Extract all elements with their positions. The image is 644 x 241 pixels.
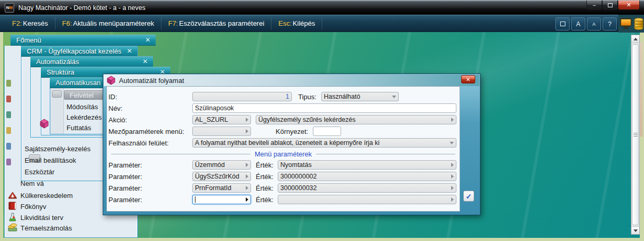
window-titlebar[interactable]: NM Nagy Machinátor - Demó kötet - a - a … — [0, 0, 644, 15]
akcio-code-field[interactable]: AL_SZURL — [192, 115, 251, 124]
felhasznaloi-dropdown[interactable]: A folyamat nyithat beviteli ablakot, üze… — [192, 138, 456, 148]
menu-item-fokonyv[interactable]: Főkönyv — [20, 203, 46, 211]
chevron-down-icon — [450, 142, 454, 144]
app-window: NM Nagy Machinátor - Demó kötet - a - a … — [0, 0, 644, 241]
lookup-arrow-icon[interactable] — [451, 118, 454, 122]
mezoparameterek-field[interactable] — [192, 127, 251, 136]
tipus-label: Tipus: — [298, 93, 316, 101]
lookup-arrow-icon[interactable] — [451, 197, 454, 202]
kornyezet-field[interactable] — [313, 127, 341, 136]
font-increase-button[interactable]: A — [571, 17, 585, 30]
id-label: ID: — [108, 93, 192, 101]
automatizalas-title: Automatizálás — [30, 58, 79, 66]
hidden-icon-sliver — [6, 96, 11, 102]
fomenu-close-icon[interactable]: ✕ — [144, 36, 152, 44]
confirm-button[interactable]: ✓ — [463, 191, 474, 202]
toolbar-buttons: A A ? — [555, 17, 617, 30]
kornyezet-label: Környezet: — [276, 128, 308, 135]
font-decrease-button[interactable]: A — [587, 17, 601, 30]
menu-item-likviditasi-terv[interactable]: Likviditási terv — [20, 214, 63, 222]
scrollbar-thumb[interactable] — [632, 44, 639, 225]
fkey-exit[interactable]: Esc:Kilépés — [271, 17, 322, 30]
close-button[interactable]: ✕ — [618, 1, 640, 10]
menu-item-email-beallitasok[interactable]: Email beállítások — [25, 156, 76, 164]
vertical-scrollbar[interactable] — [631, 35, 640, 235]
dialog-close-button[interactable]: ✕ — [461, 75, 475, 83]
lookup-arrow-icon[interactable] — [451, 186, 454, 190]
menu-item-kulkereskedelem[interactable]: Külkereskedelem — [20, 192, 73, 200]
lookup-arrow-icon[interactable] — [451, 163, 454, 167]
window-mode-button[interactable] — [555, 17, 570, 30]
parameter-field-4-focused[interactable] — [192, 195, 251, 204]
ertek-label: Érték: — [256, 173, 278, 181]
window-title: Nagy Machinátor - Demó kötet - a - a nev… — [18, 4, 145, 12]
lookup-arrow-icon[interactable] — [246, 129, 248, 133]
database-icon[interactable] — [634, 17, 644, 30]
menu-item-modositas[interactable]: Módosítás — [67, 103, 98, 111]
dialog-titlebar[interactable]: Automatizált folyamat — [104, 75, 479, 86]
value-field-4[interactable] — [278, 195, 456, 204]
fomenu-window-titlebar[interactable]: Főmenü ✕ — [10, 35, 156, 46]
scroll-up-button[interactable] — [631, 35, 639, 43]
maximize-button[interactable] — [602, 1, 618, 10]
menu-parameters-section: Menü paraméterek — [111, 150, 455, 158]
hidden-icon-sliver — [6, 111, 11, 118]
hidden-icon-sliver — [6, 80, 11, 87]
hidden-icon-sliver — [6, 127, 11, 134]
maximize-icon — [608, 3, 613, 7]
coins-icon — [7, 223, 18, 232]
menu-item-lekerdezes[interactable]: Lekérdezés — [67, 113, 102, 121]
lookup-arrow-icon[interactable] — [451, 174, 454, 179]
scrollbar-grip-icon — [634, 133, 638, 138]
automatizalas-window-titlebar[interactable]: Automatizálás ✕ — [30, 56, 153, 67]
parameter-field-1[interactable]: Üzemmód — [192, 160, 251, 170]
lookup-arrow-icon[interactable] — [246, 186, 248, 190]
menu-item-temaelszamolas[interactable]: Témaelszámolás — [20, 224, 72, 232]
value-field-3[interactable]: 3000000032 — [278, 183, 456, 193]
app-icon: NM — [5, 3, 14, 13]
scroll-down-button[interactable] — [631, 226, 639, 234]
automatizalas-close-icon[interactable]: ✕ — [141, 58, 149, 65]
dialog-form: ID: 1 Tipus: Használható Név: Szülinapos… — [106, 86, 460, 212]
menu-item-eszkoztar[interactable]: Eszköztár — [25, 168, 54, 176]
menu-item-futtatas[interactable]: Futtatás — [67, 124, 91, 132]
crm-window-titlebar[interactable]: CRM - Ügyfélkapcsolat kezelés ✕ — [21, 46, 137, 57]
hidden-icon-sliver — [6, 159, 11, 165]
parameter-label: Paraméter: — [108, 173, 192, 181]
hidden-icon-blob — [52, 90, 62, 98]
fkey-list: F2:Keresés F6:Aktuális menüparaméterek F… — [5, 15, 322, 32]
dialog-title: Automatizált folyamat — [119, 77, 184, 85]
lookup-arrow-icon[interactable] — [246, 118, 248, 122]
menu-item-sajatszemely-kezeles[interactable]: Sajátszemély-kezelés — [25, 145, 91, 153]
minimize-button[interactable]: – — [586, 1, 602, 10]
help-button[interactable]: ? — [603, 17, 617, 30]
window-controls: – ✕ — [586, 1, 640, 10]
fkey-tool-select-params[interactable]: F7:Eszözválasztás paraméterei — [161, 17, 271, 30]
nev-field[interactable]: Szülinaposok — [192, 103, 456, 113]
tipus-dropdown[interactable]: Használható — [321, 92, 399, 101]
lookup-arrow-icon[interactable] — [246, 197, 248, 202]
value-field-2[interactable]: 3000000002 — [278, 172, 456, 181]
automated-process-dialog: Automatizált folyamat ✕ ID: 1 Tipus: Has… — [103, 74, 481, 215]
akcio-label: Akció: — [108, 116, 192, 124]
lookup-arrow-icon[interactable] — [246, 163, 248, 167]
foreign-trade-icon — [7, 191, 18, 200]
monitor-icon[interactable] — [620, 18, 632, 30]
ledger-book-icon — [7, 201, 18, 211]
fkey-search[interactable]: F2:Keresés — [5, 17, 56, 30]
nev-label: Név: — [108, 104, 192, 112]
parameter-label: Paraméter: — [108, 161, 192, 169]
akcio-name-field[interactable]: Ügyfélszemély szűrés lekérdezés — [256, 115, 456, 124]
lookup-arrow-icon[interactable] — [246, 174, 248, 179]
id-field[interactable]: 1 — [192, 92, 292, 101]
text-cursor — [195, 196, 195, 203]
ertek-label: Érték: — [256, 184, 278, 192]
fkey-menu-params[interactable]: F6:Aktuális menüparaméterek — [56, 17, 161, 30]
value-field-1[interactable]: Nyomtatás — [278, 160, 456, 170]
parameter-field-3[interactable]: PrnFormatId — [192, 183, 251, 193]
crm-close-icon[interactable]: ✕ — [125, 47, 134, 55]
struktura-title: Struktúra — [41, 68, 74, 76]
parameter-label: Paraméter: — [108, 184, 192, 192]
down-arrow-icon — [634, 229, 638, 232]
parameter-field-2[interactable]: ÜgySzSzűrKód — [192, 172, 251, 181]
